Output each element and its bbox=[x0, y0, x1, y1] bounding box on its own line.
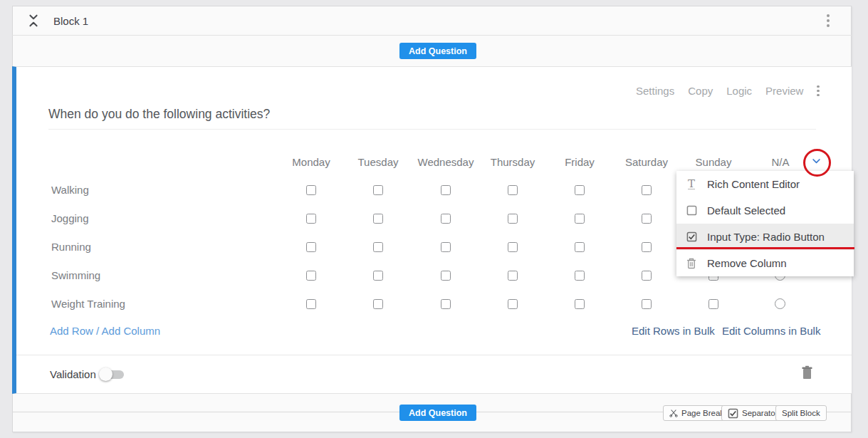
matrix-checkbox[interactable] bbox=[575, 299, 585, 309]
settings-link[interactable]: Settings bbox=[636, 85, 674, 97]
block-title: Block 1 bbox=[53, 15, 88, 27]
edit-columns-bulk-link[interactable]: Edit Columns in Bulk bbox=[722, 325, 820, 337]
add-links-separator: / bbox=[93, 325, 102, 337]
footer-button-label: Page Break bbox=[681, 409, 724, 417]
menu-item-rich-content-editor[interactable]: TRich Content Editor bbox=[676, 171, 854, 197]
title-underline bbox=[48, 129, 816, 130]
matrix-checkbox[interactable] bbox=[575, 242, 585, 252]
matrix-checkbox[interactable] bbox=[642, 242, 652, 252]
matrix-checkbox[interactable] bbox=[306, 299, 316, 309]
copy-link[interactable]: Copy bbox=[688, 85, 713, 97]
column-header[interactable]: Saturday bbox=[625, 156, 668, 168]
column-header[interactable]: Monday bbox=[292, 156, 330, 168]
menu-item-label: Default Selected bbox=[707, 204, 785, 217]
column-header[interactable]: Thursday bbox=[491, 156, 535, 168]
checkbox-checked-icon bbox=[728, 408, 738, 419]
row-label[interactable]: Running bbox=[51, 241, 91, 253]
annotation-circle bbox=[803, 149, 831, 177]
row-label[interactable]: Jogging bbox=[51, 212, 89, 224]
matrix-checkbox[interactable] bbox=[508, 214, 518, 224]
matrix-checkbox[interactable] bbox=[508, 242, 518, 252]
trash-icon bbox=[686, 258, 697, 269]
validation-toggle[interactable] bbox=[99, 367, 125, 382]
add-question-button-top[interactable]: Add Question bbox=[399, 43, 476, 59]
column-header[interactable]: Friday bbox=[565, 156, 595, 168]
survey-builder-canvas: Block 1 Add Question Settings Copy Logic… bbox=[0, 0, 868, 438]
matrix-checkbox[interactable] bbox=[373, 214, 383, 224]
block-menu-kebab-icon[interactable] bbox=[827, 14, 830, 27]
matrix-checkbox[interactable] bbox=[642, 299, 652, 309]
menu-item-label: Input Type: Radio Button bbox=[707, 231, 825, 243]
matrix-checkbox[interactable] bbox=[708, 299, 718, 309]
menu-item-label: Rich Content Editor bbox=[707, 178, 800, 190]
row-label[interactable]: Swimming bbox=[51, 269, 100, 281]
menu-item-remove-column[interactable]: Remove Column bbox=[676, 250, 854, 276]
matrix-checkbox[interactable] bbox=[441, 271, 451, 281]
checkbox-checked-icon bbox=[686, 231, 697, 242]
matrix-checkbox[interactable] bbox=[508, 299, 518, 309]
rich-text-icon: T bbox=[686, 179, 697, 189]
menu-item-label: Remove Column bbox=[707, 257, 787, 269]
matrix-checkbox[interactable] bbox=[373, 185, 383, 195]
edit-rows-bulk-link[interactable]: Edit Rows in Bulk bbox=[632, 325, 715, 337]
logic-link[interactable]: Logic bbox=[726, 85, 752, 97]
card-divider bbox=[16, 355, 852, 355]
row-label[interactable]: Weight Training bbox=[51, 298, 125, 310]
matrix-checkbox[interactable] bbox=[441, 185, 451, 195]
scissors-icon bbox=[669, 409, 678, 417]
matrix-checkbox[interactable] bbox=[575, 271, 585, 281]
matrix-checkbox[interactable] bbox=[642, 271, 652, 281]
matrix-checkbox[interactable] bbox=[306, 185, 316, 195]
column-header[interactable]: Sunday bbox=[696, 156, 732, 168]
row-label[interactable]: Walking bbox=[51, 184, 89, 196]
column-header[interactable]: Wednesday bbox=[418, 156, 474, 168]
question-menu-kebab-icon[interactable] bbox=[817, 85, 820, 97]
add-column-link[interactable]: Add Column bbox=[102, 325, 161, 337]
collapse-block-icon[interactable] bbox=[26, 13, 41, 28]
validation-label: Validation bbox=[50, 368, 96, 380]
matrix-checkbox[interactable] bbox=[642, 214, 652, 224]
add-question-button-bottom[interactable]: Add Question bbox=[399, 405, 476, 421]
column-header[interactable]: N/A bbox=[771, 156, 789, 168]
matrix-checkbox[interactable] bbox=[373, 271, 383, 281]
preview-link[interactable]: Preview bbox=[765, 85, 803, 97]
menu-item-default-selected[interactable]: Default Selected bbox=[676, 197, 854, 224]
checkbox-unchecked-icon bbox=[686, 205, 697, 216]
block-header bbox=[12, 6, 852, 36]
matrix-checkbox[interactable] bbox=[306, 271, 316, 281]
matrix-checkbox[interactable] bbox=[441, 242, 451, 252]
footer-button-label: Separator bbox=[742, 409, 778, 417]
matrix-checkbox[interactable] bbox=[373, 242, 383, 252]
annotation-underline bbox=[676, 247, 854, 249]
matrix-checkbox[interactable] bbox=[306, 214, 316, 224]
matrix-checkbox[interactable] bbox=[441, 214, 451, 224]
matrix-checkbox[interactable] bbox=[575, 185, 585, 195]
matrix-checkbox[interactable] bbox=[306, 242, 316, 252]
column-header[interactable]: Tuesday bbox=[358, 156, 399, 168]
question-title[interactable]: When do you do the following activities? bbox=[48, 107, 270, 122]
delete-question-trash-icon[interactable] bbox=[801, 365, 813, 383]
split-block-button[interactable]: Split Block bbox=[775, 405, 827, 421]
matrix-checkbox[interactable] bbox=[373, 299, 383, 309]
matrix-radio[interactable] bbox=[775, 298, 785, 309]
matrix-checkbox[interactable] bbox=[508, 185, 518, 195]
matrix-checkbox[interactable] bbox=[441, 299, 451, 309]
add-links: Add Row / Add Column bbox=[50, 325, 160, 338]
footer-button-label: Split Block bbox=[782, 409, 820, 417]
matrix-checkbox[interactable] bbox=[508, 271, 518, 281]
matrix-checkbox[interactable] bbox=[642, 185, 652, 195]
matrix-checkbox[interactable] bbox=[575, 214, 585, 224]
question-toolbar: Settings Copy Logic Preview bbox=[636, 85, 820, 97]
menu-item-input-type-radio-button[interactable]: Input Type: Radio Button bbox=[676, 224, 854, 250]
page-break-button[interactable]: Page Break bbox=[663, 405, 731, 421]
add-row-link[interactable]: Add Row bbox=[50, 325, 93, 337]
